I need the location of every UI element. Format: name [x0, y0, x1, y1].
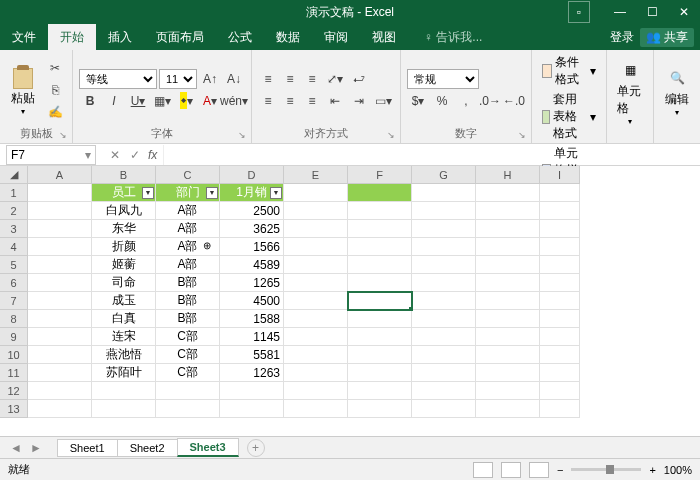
cell-H1[interactable]	[476, 184, 540, 202]
cell-C6[interactable]: B部	[156, 274, 220, 292]
cell-C11[interactable]: C部	[156, 364, 220, 382]
cell-G6[interactable]	[412, 274, 476, 292]
cell-E8[interactable]	[284, 310, 348, 328]
cell-H4[interactable]	[476, 238, 540, 256]
cell-C7[interactable]: B部	[156, 292, 220, 310]
row-header[interactable]: 6	[0, 274, 28, 292]
row-header[interactable]: 7	[0, 292, 28, 310]
cell-A6[interactable]	[28, 274, 92, 292]
cell-C2[interactable]: A部	[156, 202, 220, 220]
cells-button[interactable]: ▦单元格▾	[613, 53, 647, 129]
cell-A4[interactable]	[28, 238, 92, 256]
cell-C4[interactable]: A部⊕	[156, 238, 220, 256]
cell-F9[interactable]	[348, 328, 412, 346]
cell-D6[interactable]: 1265	[220, 274, 284, 292]
cell-A9[interactable]	[28, 328, 92, 346]
cell-I1[interactable]	[540, 184, 580, 202]
cell-F11[interactable]	[348, 364, 412, 382]
cell-H9[interactable]	[476, 328, 540, 346]
cell-I4[interactable]	[540, 238, 580, 256]
cell-I13[interactable]	[540, 400, 580, 418]
indent-inc[interactable]: ⇥	[348, 91, 370, 111]
align-right[interactable]: ≡	[302, 92, 322, 110]
cell-B1[interactable]: 员工▼	[92, 184, 156, 202]
table-format-button[interactable]: 套用表格格式▾	[538, 90, 600, 143]
row-header[interactable]: 12	[0, 382, 28, 400]
cell-H13[interactable]	[476, 400, 540, 418]
cell-I5[interactable]	[540, 256, 580, 274]
cell-E7[interactable]	[284, 292, 348, 310]
view-normal-button[interactable]	[473, 462, 493, 478]
cell-E1[interactable]	[284, 184, 348, 202]
login-button[interactable]: 登录	[610, 29, 634, 46]
merge-button[interactable]: ▭▾	[372, 91, 394, 111]
formula-input[interactable]	[163, 145, 700, 165]
cell-B11[interactable]: 苏陌叶	[92, 364, 156, 382]
cell-D13[interactable]	[220, 400, 284, 418]
cell-C12[interactable]	[156, 382, 220, 400]
row-header[interactable]: 8	[0, 310, 28, 328]
cell-B6[interactable]: 司命	[92, 274, 156, 292]
col-header-F[interactable]: F	[348, 166, 412, 184]
cell-A13[interactable]	[28, 400, 92, 418]
filter-icon[interactable]: ▼	[270, 187, 282, 199]
font-name-select[interactable]: 等线	[79, 69, 157, 89]
cell-A10[interactable]	[28, 346, 92, 364]
zoom-out-button[interactable]: −	[557, 464, 563, 476]
cell-B13[interactable]	[92, 400, 156, 418]
cell-C1[interactable]: 部门▼	[156, 184, 220, 202]
cell-E4[interactable]	[284, 238, 348, 256]
cancel-formula-icon[interactable]: ✕	[106, 148, 124, 162]
cell-D11[interactable]: 1263	[220, 364, 284, 382]
tell-me[interactable]: ♀ 告诉我...	[412, 24, 494, 50]
tab-view[interactable]: 视图	[360, 24, 408, 50]
cell-E2[interactable]	[284, 202, 348, 220]
cell-G2[interactable]	[412, 202, 476, 220]
cell-A1[interactable]	[28, 184, 92, 202]
sheet-nav-next[interactable]: ►	[26, 441, 46, 455]
share-button[interactable]: 👥共享	[640, 28, 694, 47]
indent-dec[interactable]: ⇤	[324, 91, 346, 111]
cell-C13[interactable]	[156, 400, 220, 418]
currency-button[interactable]: $▾	[407, 91, 429, 111]
cell-F7[interactable]	[348, 292, 412, 310]
cell-I12[interactable]	[540, 382, 580, 400]
cell-I3[interactable]	[540, 220, 580, 238]
clipboard-launcher[interactable]: ↘	[57, 129, 69, 141]
cell-G9[interactable]	[412, 328, 476, 346]
row-header[interactable]: 13	[0, 400, 28, 418]
align-top[interactable]: ≡	[258, 70, 278, 88]
cell-E11[interactable]	[284, 364, 348, 382]
cell-A12[interactable]	[28, 382, 92, 400]
row-header[interactable]: 4	[0, 238, 28, 256]
tab-layout[interactable]: 页面布局	[144, 24, 216, 50]
cell-E6[interactable]	[284, 274, 348, 292]
phonetic-button[interactable]: wén▾	[223, 91, 245, 111]
font-launcher[interactable]: ↘	[236, 129, 248, 141]
cell-G12[interactable]	[412, 382, 476, 400]
cell-F6[interactable]	[348, 274, 412, 292]
name-box[interactable]: F7▾	[6, 145, 96, 165]
cell-C9[interactable]: C部	[156, 328, 220, 346]
col-header-H[interactable]: H	[476, 166, 540, 184]
cell-F4[interactable]	[348, 238, 412, 256]
col-header-I[interactable]: I	[540, 166, 580, 184]
cell-E10[interactable]	[284, 346, 348, 364]
cell-H12[interactable]	[476, 382, 540, 400]
tab-formula[interactable]: 公式	[216, 24, 264, 50]
font-color-button[interactable]: A▾	[199, 91, 221, 111]
row-header[interactable]: 9	[0, 328, 28, 346]
fx-icon[interactable]: fx	[148, 148, 157, 162]
cell-E5[interactable]	[284, 256, 348, 274]
cell-B10[interactable]: 燕池悟	[92, 346, 156, 364]
row-header[interactable]: 5	[0, 256, 28, 274]
cell-F13[interactable]	[348, 400, 412, 418]
copy-button[interactable]: ⎘	[44, 80, 66, 100]
cell-C10[interactable]: C部	[156, 346, 220, 364]
cell-G13[interactable]	[412, 400, 476, 418]
cell-I6[interactable]	[540, 274, 580, 292]
cell-I2[interactable]	[540, 202, 580, 220]
col-header-C[interactable]: C	[156, 166, 220, 184]
cell-A11[interactable]	[28, 364, 92, 382]
sheet-tab-1[interactable]: Sheet1	[57, 439, 118, 457]
